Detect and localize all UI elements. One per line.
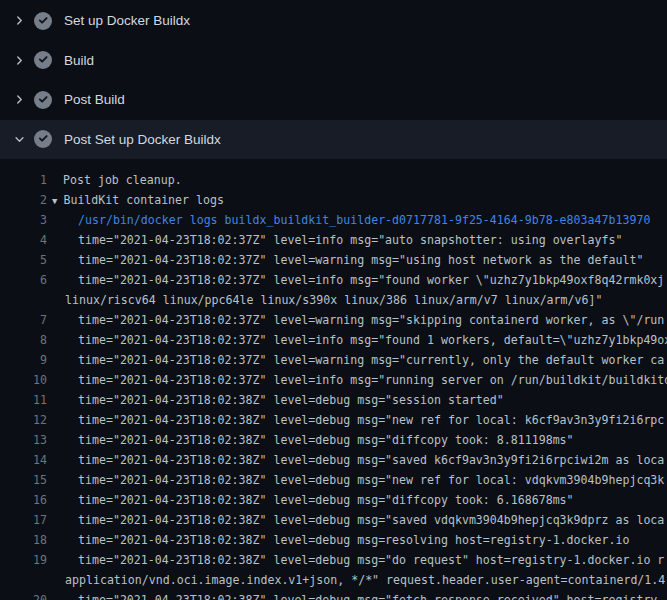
log-command-text: /usr/bin/docker logs buildx_buildkit_bui…: [47, 210, 650, 230]
log-line: 20time="2021-04-23T18:02:38Z" level=debu…: [0, 590, 667, 600]
log-console: 1Post job cleanup.2▼BuildKit container l…: [0, 170, 667, 600]
step-row-set-up-docker-buildx[interactable]: Set up Docker Buildx: [0, 1, 667, 41]
log-line-text: time="2021-04-23T18:02:37Z" level=warnin…: [47, 350, 664, 370]
log-line-number[interactable]: 6: [0, 270, 47, 290]
log-line: 15time="2021-04-23T18:02:38Z" level=debu…: [0, 470, 667, 490]
log-line-text: time="2021-04-23T18:02:37Z" level=info m…: [47, 330, 667, 350]
check-circle-icon: [34, 51, 52, 69]
log-line-text: time="2021-04-23T18:02:37Z" level=info m…: [47, 230, 622, 250]
chevron-down-icon: [13, 133, 25, 145]
log-line-number[interactable]: 9: [0, 350, 47, 370]
log-line: 1Post job cleanup.: [0, 170, 667, 190]
check-circle-icon: [34, 91, 52, 109]
step-label: Post Build: [64, 92, 125, 107]
log-line-number[interactable]: 12: [0, 410, 47, 430]
log-line-text: time="2021-04-23T18:02:37Z" level=warnin…: [47, 310, 664, 330]
log-line-text: time="2021-04-23T18:02:38Z" level=debug …: [47, 470, 664, 490]
log-line-text: time="2021-04-23T18:02:38Z" level=debug …: [47, 430, 574, 450]
log-line-number[interactable]: 8: [0, 330, 47, 350]
log-line: 17time="2021-04-23T18:02:38Z" level=debu…: [0, 510, 667, 530]
step-label: Set up Docker Buildx: [64, 13, 190, 28]
log-line-text: time="2021-04-23T18:02:38Z" level=debug …: [47, 390, 504, 410]
log-line-number[interactable]: 5: [0, 250, 47, 270]
log-line-number[interactable]: 17: [0, 510, 47, 530]
log-line: 16time="2021-04-23T18:02:38Z" level=debu…: [0, 490, 667, 510]
step-row-post-set-up-docker-buildx[interactable]: Post Set up Docker Buildx: [0, 120, 667, 160]
log-line: 6time="2021-04-23T18:02:37Z" level=info …: [0, 270, 667, 290]
log-line: 14time="2021-04-23T18:02:38Z" level=debu…: [0, 450, 667, 470]
step-label: Build: [64, 53, 94, 68]
log-line-text: time="2021-04-23T18:02:38Z" level=debug …: [47, 530, 629, 550]
log-line-text: time="2021-04-23T18:02:38Z" level=debug …: [47, 450, 664, 470]
log-line-number[interactable]: 20: [0, 590, 47, 600]
log-line: 13time="2021-04-23T18:02:38Z" level=debu…: [0, 430, 667, 450]
step-row-post-build[interactable]: Post Build: [0, 80, 667, 120]
log-line-number[interactable]: 15: [0, 470, 47, 490]
log-line-number[interactable]: 2: [0, 190, 47, 210]
check-circle-icon: [34, 12, 52, 30]
log-line-number[interactable]: 14: [0, 450, 47, 470]
log-line-number: [0, 570, 47, 590]
log-line: 5time="2021-04-23T18:02:37Z" level=warni…: [0, 250, 667, 270]
log-line: 7time="2021-04-23T18:02:37Z" level=warni…: [0, 310, 667, 330]
log-line-number[interactable]: 10: [0, 370, 47, 390]
group-label: BuildKit container logs: [63, 193, 224, 207]
log-line-text: time="2021-04-23T18:02:38Z" level=debug …: [47, 550, 664, 570]
step-label: Post Set up Docker Buildx: [64, 132, 221, 147]
log-line-text: time="2021-04-23T18:02:37Z" level=warnin…: [47, 250, 643, 270]
log-line-text: time="2021-04-23T18:02:38Z" level=debug …: [47, 510, 664, 530]
log-line: 19time="2021-04-23T18:02:38Z" level=debu…: [0, 550, 667, 570]
log-line: 12time="2021-04-23T18:02:38Z" level=debu…: [0, 410, 667, 430]
log-line-number[interactable]: 11: [0, 390, 47, 410]
log-line-text[interactable]: ▼BuildKit container logs: [47, 190, 224, 210]
log-line: 18time="2021-04-23T18:02:38Z" level=debu…: [0, 530, 667, 550]
log-line-number[interactable]: 7: [0, 310, 47, 330]
log-line-text: linux/riscv64 linux/ppc64le linux/s390x …: [47, 290, 602, 310]
group-collapse-icon[interactable]: ▼: [52, 196, 63, 206]
log-line: 11time="2021-04-23T18:02:38Z" level=debu…: [0, 390, 667, 410]
log-line: 2▼BuildKit container logs: [0, 190, 667, 210]
log-line-text: time="2021-04-23T18:02:37Z" level=info m…: [47, 270, 664, 290]
chevron-right-icon: [13, 94, 25, 106]
log-line: 9time="2021-04-23T18:02:37Z" level=warni…: [0, 350, 667, 370]
log-line-number: [0, 290, 47, 310]
log-line-number[interactable]: 18: [0, 530, 47, 550]
log-line-text: time="2021-04-23T18:02:37Z" level=info m…: [47, 370, 667, 390]
chevron-right-icon: [13, 15, 25, 27]
log-line-text: time="2021-04-23T18:02:38Z" level=debug …: [47, 410, 664, 430]
log-line: 10time="2021-04-23T18:02:37Z" level=info…: [0, 370, 667, 390]
log-line-text: time="2021-04-23T18:02:38Z" level=debug …: [47, 490, 574, 510]
log-line-number[interactable]: 1: [0, 170, 47, 190]
chevron-right-icon: [13, 54, 25, 66]
log-line-number[interactable]: 16: [0, 490, 47, 510]
check-circle-icon: [34, 130, 52, 148]
log-line-text: time="2021-04-23T18:02:38Z" level=debug …: [47, 590, 664, 600]
log-line-number[interactable]: 4: [0, 230, 47, 250]
log-line: 8time="2021-04-23T18:02:37Z" level=info …: [0, 330, 667, 350]
log-line-text: application/vnd.oci.image.index.v1+json,…: [47, 570, 665, 590]
log-line-text: Post job cleanup.: [47, 170, 182, 190]
log-line-number[interactable]: 19: [0, 550, 47, 570]
log-line-number[interactable]: 13: [0, 430, 47, 450]
log-line: linux/riscv64 linux/ppc64le linux/s390x …: [0, 290, 667, 310]
step-row-build[interactable]: Build: [0, 41, 667, 81]
log-line: 4time="2021-04-23T18:02:37Z" level=info …: [0, 230, 667, 250]
log-line: 3/usr/bin/docker logs buildx_buildkit_bu…: [0, 210, 667, 230]
job-steps-panel: Set up Docker Buildx Build Post Build Po…: [0, 0, 667, 159]
log-line: application/vnd.oci.image.index.v1+json,…: [0, 570, 667, 590]
log-line-number[interactable]: 3: [0, 210, 47, 230]
